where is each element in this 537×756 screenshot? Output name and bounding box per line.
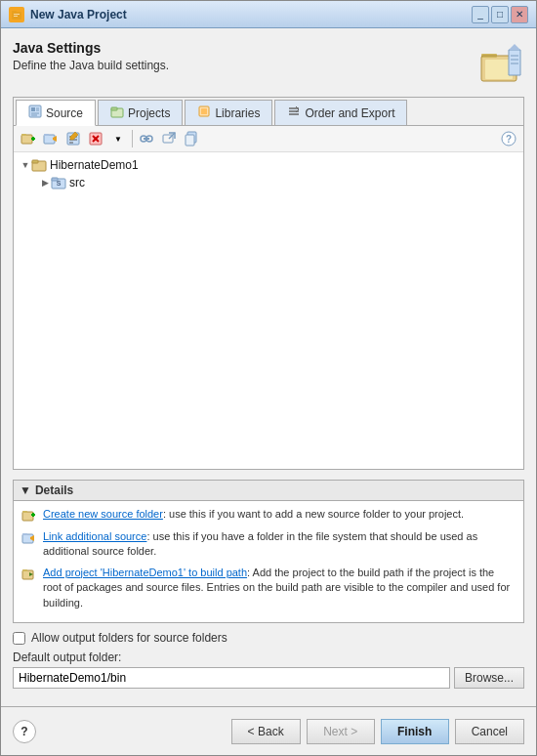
tree-item-src[interactable]: ▶ S src xyxy=(37,174,519,191)
svg-rect-56 xyxy=(22,533,27,535)
bottom-bar: ? < Back Next > Finish Cancel xyxy=(1,706,536,755)
output-folder-label: Default output folder: xyxy=(13,651,524,664)
svg-text:?: ? xyxy=(506,134,512,145)
tree-area[interactable]: ▼ HibernateDemo1 ▶ xyxy=(14,152,523,469)
svg-rect-43 xyxy=(186,135,194,146)
details-text-2: Link additional source: use this if you … xyxy=(43,529,516,560)
details-header-label: Details xyxy=(35,483,73,497)
svg-rect-2 xyxy=(14,14,20,15)
copy-button[interactable] xyxy=(181,128,202,149)
details-text-1: Create new source folder: use this if yo… xyxy=(43,507,516,522)
svg-rect-39 xyxy=(144,138,149,140)
add-build-path-link[interactable]: Add project 'HibernateDemo1' to build pa… xyxy=(43,567,247,578)
order-tab-icon xyxy=(287,105,301,121)
tab-order-label: Order and Export xyxy=(305,106,394,120)
finish-button[interactable]: Finish xyxy=(381,719,449,744)
main-panel: Source Projects xyxy=(13,97,524,470)
svg-rect-47 xyxy=(32,160,38,163)
svg-rect-52 xyxy=(22,511,27,513)
svg-rect-58 xyxy=(22,569,27,571)
remove-button[interactable] xyxy=(85,128,106,149)
window-controls: _ □ ✕ xyxy=(472,6,528,23)
add-linked-source-button[interactable] xyxy=(40,128,62,149)
tree-root-label: HibernateDemo1 xyxy=(50,158,139,172)
svg-rect-3 xyxy=(14,16,18,17)
cancel-button[interactable]: Cancel xyxy=(455,719,524,744)
create-source-link[interactable]: Create new source folder xyxy=(43,508,163,520)
dialog-help-button[interactable]: ? xyxy=(13,720,36,743)
tabs-row: Source Projects xyxy=(14,98,523,126)
output-folder-input-row: Browse... xyxy=(13,667,524,689)
details-entry-1: Create new source folder: use this if yo… xyxy=(21,507,516,524)
window-icon xyxy=(9,7,24,22)
window-title: New Java Project xyxy=(30,8,472,21)
next-button[interactable]: Next > xyxy=(307,719,375,744)
browse-button[interactable]: Browse... xyxy=(454,667,524,689)
tree-toggle-src[interactable]: ▶ xyxy=(39,177,51,189)
toolbar-dropdown[interactable]: ▼ xyxy=(107,128,129,149)
tab-source-label: Source xyxy=(46,106,83,120)
output-folder-input[interactable] xyxy=(13,667,450,689)
header-section: Java Settings Define the Java build sett… xyxy=(13,40,524,87)
details-toggle-icon: ▼ xyxy=(20,483,31,497)
title-bar: New Java Project _ □ ✕ xyxy=(1,1,536,28)
tab-libraries-label: Libraries xyxy=(215,106,260,120)
link-source-icon xyxy=(21,530,37,546)
link-additional-link[interactable]: Link additional source xyxy=(43,530,146,542)
edit-button[interactable] xyxy=(62,128,84,149)
window: New Java Project _ □ ✕ Java Settings Def… xyxy=(0,0,537,756)
header-text: Java Settings Define the Java build sett… xyxy=(13,40,477,72)
build-path-icon xyxy=(21,567,37,582)
dialog-content: Java Settings Define the Java build sett… xyxy=(1,28,536,706)
svg-rect-29 xyxy=(44,134,49,136)
back-button[interactable]: < Back xyxy=(231,719,301,744)
toolbar-separator-1 xyxy=(132,130,133,147)
help-button[interactable]: ? xyxy=(498,128,519,149)
svg-rect-12 xyxy=(31,107,35,111)
svg-rect-24 xyxy=(21,135,32,144)
tab-order[interactable]: Order and Export xyxy=(274,100,407,125)
details-entry-2: Link additional source: use this if you … xyxy=(21,529,516,560)
details-body: Create new source folder: use this if yo… xyxy=(14,501,523,622)
link-source-button[interactable] xyxy=(136,128,157,149)
details-text-3: Add project 'HibernateDemo1' to build pa… xyxy=(43,566,516,610)
source-tab-icon xyxy=(28,105,42,121)
page-title: Java Settings xyxy=(13,40,477,56)
minimize-button[interactable]: _ xyxy=(472,6,489,23)
create-folder-icon xyxy=(21,508,37,524)
add-source-folder-button[interactable] xyxy=(18,128,39,149)
tab-libraries[interactable]: Libraries xyxy=(185,100,272,125)
header-icon xyxy=(477,40,524,87)
tab-projects[interactable]: Projects xyxy=(98,100,183,125)
svg-rect-25 xyxy=(21,134,26,136)
tree-item-root[interactable]: ▼ HibernateDemo1 xyxy=(18,156,519,174)
tree-toggle-root[interactable]: ▼ xyxy=(20,159,31,171)
allow-output-checkbox-row: Allow output folders for source folders xyxy=(13,631,524,645)
tab-projects-label: Projects xyxy=(128,106,170,120)
external-link-button[interactable] xyxy=(158,128,180,149)
page-subtitle: Define the Java build settings. xyxy=(13,59,477,72)
tab-source[interactable]: Source xyxy=(16,100,96,126)
libraries-tab-icon xyxy=(197,105,211,121)
source-folder-icon: S xyxy=(51,175,66,190)
close-button[interactable]: ✕ xyxy=(511,6,528,23)
svg-text:S: S xyxy=(57,180,62,187)
svg-rect-18 xyxy=(111,107,117,110)
details-section: ▼ Details Create new source folder: us xyxy=(13,480,524,623)
tree-src-label: src xyxy=(69,176,85,189)
svg-line-41 xyxy=(169,133,175,139)
svg-rect-1 xyxy=(12,11,17,13)
allow-output-checkbox[interactable] xyxy=(13,632,25,645)
projects-tab-icon xyxy=(110,105,124,121)
tree-children: ▶ S src xyxy=(37,174,519,191)
svg-rect-20 xyxy=(201,108,207,114)
button-row: < Back Next > Finish Cancel xyxy=(231,719,524,744)
details-entry-3: Add project 'HibernateDemo1' to build pa… xyxy=(21,566,516,610)
output-folder-row: Default output folder: Browse... xyxy=(13,651,524,689)
maximize-button[interactable]: □ xyxy=(491,6,509,23)
svg-rect-51 xyxy=(22,512,33,521)
project-icon xyxy=(31,157,47,173)
details-header[interactable]: ▼ Details xyxy=(14,481,523,501)
source-toolbar: ▼ xyxy=(14,126,523,152)
allow-output-label[interactable]: Allow output folders for source folders xyxy=(31,631,227,645)
